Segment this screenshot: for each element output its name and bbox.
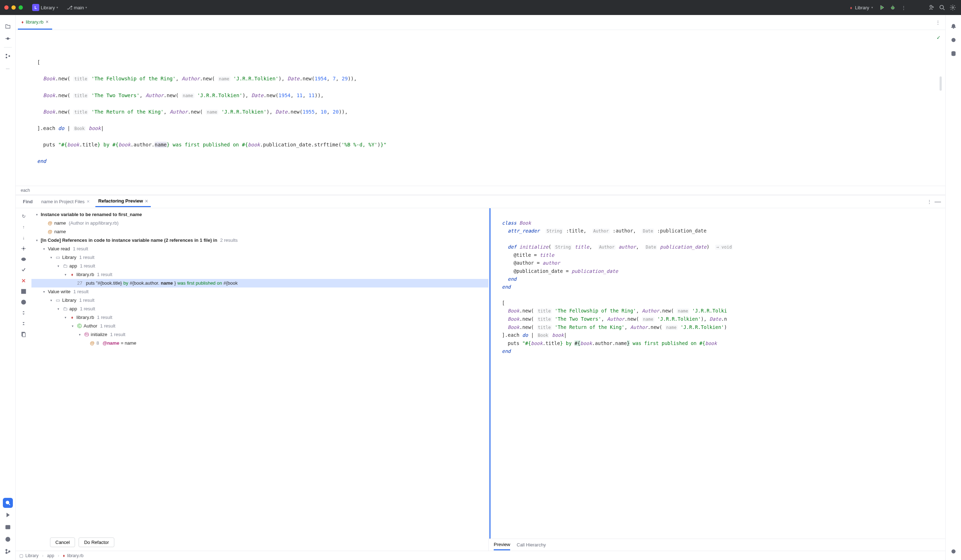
tree-value-read-library[interactable]: ▾ ▭ Library 1 result <box>31 253 489 262</box>
right-toolbar <box>945 15 961 560</box>
include-button[interactable] <box>19 265 28 274</box>
vcs-button[interactable] <box>3 546 13 557</box>
refresh-button[interactable]: ↻ <box>19 212 28 221</box>
refactoring-tree[interactable]: ▾ Instance variable to be renamed to fir… <box>31 208 489 533</box>
project-selector[interactable]: L Library ▾ <box>29 3 61 13</box>
tab-options-button[interactable]: ⋮ <box>935 20 940 25</box>
more-actions-button[interactable]: ⋮ <box>900 3 907 11</box>
settings-icon[interactable] <box>949 3 957 11</box>
breadcrumb-file[interactable]: library.rb <box>67 553 84 558</box>
svg-point-23 <box>6 552 7 554</box>
settings-button[interactable] <box>19 244 28 253</box>
svg-point-9 <box>952 7 954 8</box>
breadcrumb-project[interactable]: Library <box>26 553 39 558</box>
ruby-file-icon <box>21 19 24 25</box>
search-icon[interactable] <box>938 3 946 11</box>
run-tool-button[interactable] <box>3 510 13 520</box>
tree-hit-line-27[interactable]: 27 puts "#{book.title} by #{book.author.… <box>31 279 489 287</box>
exclude-button[interactable] <box>19 276 28 286</box>
coverage-button[interactable] <box>948 546 958 557</box>
terminal-button[interactable] <box>3 522 13 532</box>
group-by-button[interactable] <box>19 287 28 296</box>
commit-view-button[interactable] <box>3 34 13 43</box>
run-config-name: Library <box>855 5 869 10</box>
svg-point-35 <box>953 39 954 41</box>
preview-tab[interactable]: Preview <box>494 540 510 550</box>
branch-selector[interactable]: main ▾ <box>64 3 90 12</box>
ruby-icon <box>850 5 853 10</box>
tree-item-name-primary[interactable]: @ name (Author in app/library.rb) <box>31 219 489 228</box>
tree-value-write-file[interactable]: ▾ library.rb 1 result <box>31 313 489 322</box>
database-button[interactable] <box>948 48 958 59</box>
run-config-selector[interactable]: Library ▾ <box>848 5 875 10</box>
svg-point-38 <box>953 551 954 552</box>
minimize-tool-button[interactable]: — <box>935 198 941 205</box>
debug-button[interactable] <box>889 3 897 11</box>
tab-find[interactable]: Find <box>20 197 35 207</box>
project-view-button[interactable] <box>3 21 13 31</box>
svg-point-26 <box>23 258 24 260</box>
tool-options-button[interactable]: ⋮ <box>927 199 932 204</box>
tree-code-references[interactable]: ▾ [In Code] References in code to instan… <box>31 236 489 245</box>
close-tab-icon[interactable]: × <box>46 19 48 25</box>
svg-rect-33 <box>22 333 26 337</box>
expand-all-button[interactable] <box>19 308 28 318</box>
find-tool-button[interactable] <box>3 498 13 508</box>
close-tab-icon[interactable]: × <box>145 198 148 204</box>
tree-value-read-app[interactable]: ▾ 🗀 app 1 result <box>31 262 489 270</box>
assistant-button[interactable] <box>948 35 958 45</box>
tab-label: library.rb <box>26 19 43 25</box>
svg-point-16 <box>6 501 9 504</box>
refactor-action-buttons: Cancel Do Refactor <box>31 533 489 551</box>
tool-left-toolbar: ↻ ↑ ↓ <box>16 208 31 551</box>
find-tool-window: Find name in Project Files× Refactoring … <box>16 195 945 551</box>
tree-value-write-library[interactable]: ▾ ▭ Library 1 result <box>31 296 489 305</box>
tree-value-read[interactable]: ▾ Value read 1 result <box>31 245 489 253</box>
minimize-window-icon[interactable] <box>11 5 16 10</box>
close-window-icon[interactable] <box>4 5 8 10</box>
tree-item-name-secondary[interactable]: @ name <box>31 228 489 236</box>
structure-view-button[interactable] <box>3 51 13 61</box>
editor[interactable]: ✓ [ Book.new( title 'The Fellowship of t… <box>16 30 945 186</box>
problems-button[interactable] <box>3 534 13 544</box>
editor-breadcrumb[interactable]: each <box>16 186 945 195</box>
inspections-ok-icon[interactable]: ✓ <box>937 33 940 42</box>
call-hierarchy-tab[interactable]: Call Hierarchy <box>517 540 546 550</box>
project-badge-icon: L <box>32 4 39 11</box>
ruby-file-icon <box>63 553 65 558</box>
project-name: Library <box>41 5 55 10</box>
info-button[interactable] <box>19 297 28 307</box>
tree-hit-line-8[interactable]: @ 8 @name = name <box>31 339 489 348</box>
run-button[interactable] <box>878 3 886 11</box>
collab-icon[interactable] <box>927 3 935 11</box>
breadcrumb-app[interactable]: app <box>47 553 54 558</box>
cancel-button[interactable]: Cancel <box>50 538 75 547</box>
close-tab-icon[interactable]: × <box>87 199 90 204</box>
notifications-button[interactable] <box>948 21 958 31</box>
do-refactor-button[interactable]: Do Refactor <box>79 538 114 547</box>
preview-toggle-button[interactable] <box>19 255 28 264</box>
collapse-all-button[interactable] <box>19 319 28 328</box>
tree-root-rename[interactable]: ▾ Instance variable to be renamed to fir… <box>31 210 489 219</box>
tree-value-write[interactable]: ▾ Value write 1 result <box>31 287 489 296</box>
chevron-down-icon: ▾ <box>85 6 87 9</box>
prev-occurrence-button[interactable]: ↑ <box>19 223 28 232</box>
svg-rect-14 <box>6 57 7 58</box>
tree-value-write-initialize[interactable]: ▾ ⓜ initialize 1 result <box>31 331 489 339</box>
tree-value-write-app[interactable]: ▾ 🗀 app 1 result <box>31 305 489 313</box>
preview-editor[interactable]: class Book attr_reader String :title, Au… <box>489 208 945 539</box>
chevron-down-icon: ▾ <box>56 6 58 9</box>
tree-value-read-file[interactable]: ▾ library.rb 1 result <box>31 270 489 279</box>
more-tools-button[interactable]: ··· <box>3 63 13 73</box>
maximize-window-icon[interactable] <box>19 5 23 10</box>
svg-rect-27 <box>21 289 26 294</box>
svg-point-10 <box>7 38 8 40</box>
next-occurrence-button[interactable]: ↓ <box>19 233 28 242</box>
tree-value-write-author[interactable]: ▾ Ⓒ Author 1 result <box>31 322 489 331</box>
svg-point-24 <box>8 551 10 552</box>
tab-name-in-files[interactable]: name in Project Files× <box>38 196 93 207</box>
svg-rect-13 <box>6 54 7 55</box>
docs-button[interactable] <box>19 330 28 339</box>
tab-refactoring-preview[interactable]: Refactoring Preview× <box>95 196 151 207</box>
editor-tab-library-rb[interactable]: library.rb × <box>18 15 52 30</box>
